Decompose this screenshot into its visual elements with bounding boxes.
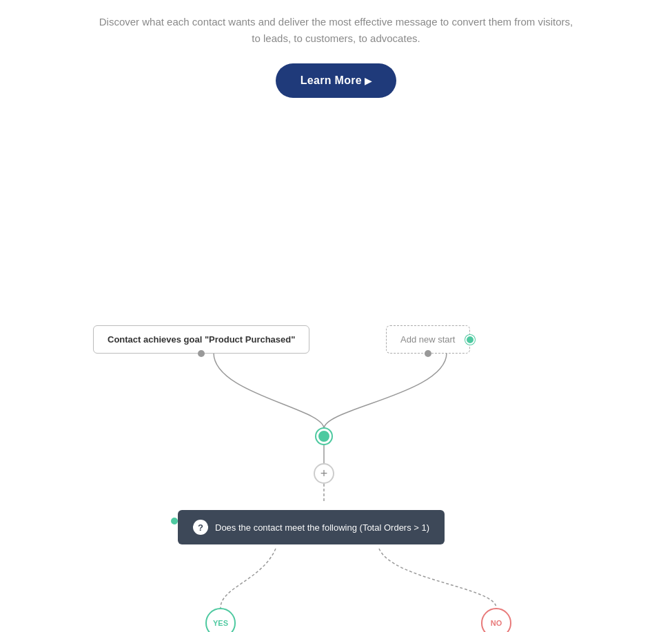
join-plus-button[interactable]: + <box>314 463 334 484</box>
tagline-text: Discover what each contact wants and del… <box>95 14 578 47</box>
add-start-right-dot <box>465 335 475 345</box>
learn-more-button[interactable]: Learn More <box>276 63 396 98</box>
question-icon: ? <box>193 520 208 535</box>
header-section: Discover what each contact wants and del… <box>0 0 672 105</box>
goal-node[interactable]: Contact achieves goal "Product Purchased… <box>93 325 309 354</box>
add-start-label: Add new start <box>400 334 456 345</box>
no-circle: NO <box>481 608 511 632</box>
goal-node-label: Contact achieves goal "Product Purchased… <box>108 334 295 345</box>
goal-node-box: Contact achieves goal "Product Purchased… <box>93 325 309 354</box>
question-node-label: Does the contact meet the following (Tot… <box>215 522 429 533</box>
yes-circle: YES <box>205 608 236 632</box>
question-node[interactable]: ? Does the contact meet the following (T… <box>178 510 445 544</box>
flow-diagram: Contact achieves goal "Product Purchased… <box>0 125 672 573</box>
add-start-bottom-dot <box>425 350 431 357</box>
yes-label: YES <box>213 619 228 627</box>
join-dot <box>316 429 332 444</box>
no-label: NO <box>491 619 502 627</box>
add-start-node[interactable]: Add new start <box>386 325 470 354</box>
add-start-box: Add new start <box>386 325 470 354</box>
question-left-dot <box>171 518 178 524</box>
goal-node-bottom-dot <box>198 350 205 357</box>
